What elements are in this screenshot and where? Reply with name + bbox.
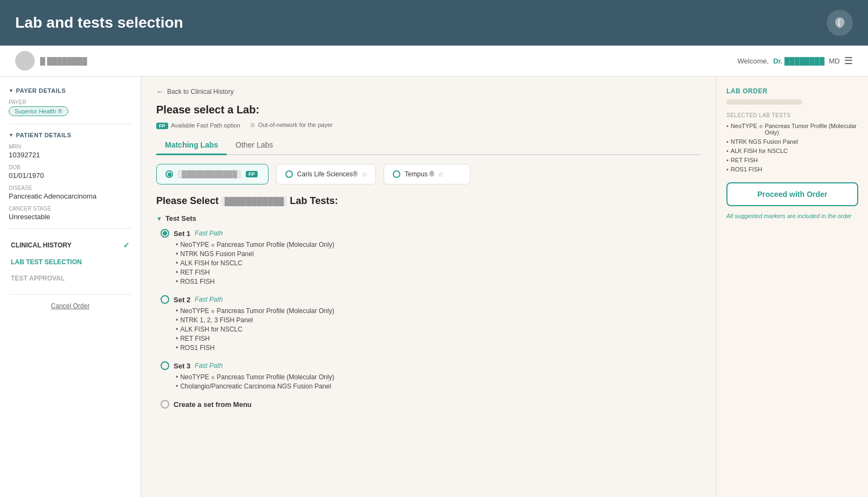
test-set-1-header: Set 1 Fast Path xyxy=(161,229,701,238)
test-set-3-items: NeoTYPE® Pancreas Tumor Profile (Molecul… xyxy=(161,373,701,390)
test-sets-arrow-icon: ▼ xyxy=(156,215,162,222)
test-set-2-item-1: NTRK 1, 2, 3 FISH Panel xyxy=(176,316,701,324)
payer-section-title: ▼ PAYER DETAILS xyxy=(9,87,132,94)
test-set-2-items: NeoTYPE® Pancreas Tumor Profile (Molecul… xyxy=(161,307,701,352)
lab-1-oon: ⊘ xyxy=(362,171,367,178)
test-set-3-header: Set 3 Fast Path xyxy=(161,361,701,370)
selected-test-item-0: NeoTYPE® Pancreas Tumor Profile (Molecul… xyxy=(726,123,858,136)
center-content: ← Back to Clinical History Please select… xyxy=(141,77,716,497)
payer-label: PAYER xyxy=(9,99,132,105)
lab-fp-badge-0: FP xyxy=(246,171,258,177)
divider-3 xyxy=(9,294,132,295)
create-set-row: Create a set from Menu xyxy=(156,400,701,409)
cancer-stage-label: CANCER STAGE xyxy=(9,206,132,212)
test-set-3-fastpath: Fast Path xyxy=(195,362,222,369)
hamburger-menu-icon[interactable]: ☰ xyxy=(844,55,853,67)
disease-label: DISEASE xyxy=(9,185,132,191)
tab-matching-labs[interactable]: Matching Labs xyxy=(156,136,227,155)
selected-test-item-3: RET FISH xyxy=(726,157,858,163)
patient-arrow-icon: ▼ xyxy=(9,132,14,138)
selected-lab-name: ███████████ xyxy=(221,196,287,206)
create-set-label[interactable]: Create a set from Menu xyxy=(174,400,252,409)
mrn-value: 10392721 xyxy=(9,151,132,159)
test-set-1-items: NeoTYPE® Pancreas Tumor Profile (Molecul… xyxy=(161,241,701,285)
oon-legend: ⊘ Out-of-network for the payer xyxy=(250,122,333,129)
test-set-3: Set 3 Fast Path NeoTYPE® Pancreas Tumor … xyxy=(156,361,701,390)
select-lab-title: Please select a Lab: xyxy=(156,104,701,116)
back-arrow-icon: ← xyxy=(156,87,164,96)
lab-order-name xyxy=(726,99,802,105)
selected-test-item-1: NTRK NGS Fusion Panel xyxy=(726,138,858,145)
selected-test-item-2: ALK FISH for NSCLC xyxy=(726,148,858,154)
test-set-1-name: Set 1 xyxy=(174,230,190,238)
test-sets-label: Test Sets xyxy=(165,214,196,222)
divider-2 xyxy=(9,228,132,229)
check-icon: ✓ xyxy=(123,241,130,250)
test-set-2-header: Set 2 Fast Path xyxy=(161,295,701,304)
test-sets-header[interactable]: ▼ Test Sets xyxy=(156,214,701,222)
test-set-2: Set 2 Fast Path NeoTYPE® Pancreas Tumor … xyxy=(156,295,701,352)
mrn-label: MRN xyxy=(9,144,132,150)
create-set-radio[interactable] xyxy=(161,400,169,409)
selected-tests-title: SELECTED LAB TESTS xyxy=(726,112,858,118)
test-set-2-name: Set 2 xyxy=(174,296,190,304)
dob-value: 01/01/1970 xyxy=(9,171,132,180)
proceed-with-order-button[interactable]: Proceed with Order xyxy=(726,182,858,206)
test-set-3-item-1: Cholangio/Pancreatic Carcinoma NGS Fusio… xyxy=(176,383,701,390)
payer-value: Superior Health ® xyxy=(9,106,68,116)
lab-card-0[interactable]: ████████████ FP xyxy=(156,164,269,184)
test-set-1-item-4: ROS1 FISH xyxy=(176,278,701,285)
test-set-3-item-0: NeoTYPE® Pancreas Tumor Profile (Molecul… xyxy=(176,373,701,381)
brand-text: █ ████████ xyxy=(40,57,87,65)
test-set-1-item-2: ALK FISH for NSCLC xyxy=(176,259,701,267)
lab-name-0: ████████████ xyxy=(177,170,241,179)
brand-area: █ ████████ xyxy=(15,51,87,71)
test-set-1-item-3: RET FISH xyxy=(176,269,701,276)
sidebar-item-lab-test-selection[interactable]: LAB TEST SELECTION xyxy=(9,254,132,270)
lab-radio-0 xyxy=(165,170,173,178)
main-layout: ▼ PAYER DETAILS PAYER Superior Health ® … xyxy=(0,77,868,497)
lab-card-2[interactable]: Tempus ® ⊘ xyxy=(384,164,470,184)
cancel-order-link[interactable]: Cancel Order xyxy=(9,302,132,310)
test-set-2-fastpath: Fast Path xyxy=(195,296,222,303)
legend-row: FP Available Fast Path option ⊘ Out-of-n… xyxy=(156,122,701,129)
lab-radio-2 xyxy=(393,170,400,178)
test-set-2-item-4: ROS1 FISH xyxy=(176,344,701,352)
selected-test-item-4: ROS1 FISH xyxy=(726,166,858,173)
lab-radio-1 xyxy=(285,170,293,178)
divider-1 xyxy=(9,124,132,124)
test-set-2-item-2: ALK FISH for NSCLC xyxy=(176,326,701,333)
test-set-1-item-0: NeoTYPE® Pancreas Tumor Profile (Molecul… xyxy=(176,241,701,248)
brand-logo xyxy=(15,51,35,71)
page-title: Lab and tests selection xyxy=(15,14,183,31)
lab-cards-row: ████████████ FP Caris Life Sciences® ⊘ T… xyxy=(156,164,701,184)
test-set-2-item-3: RET FISH xyxy=(176,335,701,342)
doctor-role: MD xyxy=(829,57,840,65)
sidebar-item-test-approval: TEST APPROVAL xyxy=(9,270,132,286)
doctor-name: Dr. ████████ xyxy=(773,57,825,65)
welcome-label: Welcome, xyxy=(738,57,769,65)
test-set-1-item-1: NTRK NGS Fusion Panel xyxy=(176,250,701,258)
test-set-2-radio[interactable] xyxy=(161,295,169,304)
lab-order-title: LAB ORDER xyxy=(726,87,858,95)
right-panel: LAB ORDER SELECTED LAB TESTS NeoTYPE® Pa… xyxy=(716,77,868,497)
top-header: Lab and tests selection xyxy=(0,0,868,46)
sidebar-item-clinical-history[interactable]: CLINICAL HISTORY ✓ xyxy=(9,237,132,254)
lab-card-1[interactable]: Caris Life Sciences® ⊘ xyxy=(276,164,376,184)
test-set-3-name: Set 3 xyxy=(174,362,190,370)
test-set-1-fastpath: Fast Path xyxy=(195,230,222,237)
test-set-3-radio[interactable] xyxy=(161,361,169,370)
lab-name-2: Tempus ® xyxy=(405,170,434,178)
tab-other-labs[interactable]: Other Labs xyxy=(227,136,282,155)
sidebar: ▼ PAYER DETAILS PAYER Superior Health ® … xyxy=(0,77,141,497)
test-set-2-item-0: NeoTYPE® Pancreas Tumor Profile (Molecul… xyxy=(176,307,701,315)
welcome-area: Welcome, Dr. ████████ MD ☰ xyxy=(738,55,853,67)
patient-section-title: ▼ PATIENT DETAILS xyxy=(9,132,132,138)
tabs-row: Matching Labs Other Labs xyxy=(156,136,701,155)
suggested-markers-msg: All suggested markers are included in th… xyxy=(726,213,858,219)
test-set-1-radio[interactable] xyxy=(161,229,169,238)
logo-icon xyxy=(827,10,853,36)
sub-header: █ ████████ Welcome, Dr. ████████ MD ☰ xyxy=(0,46,868,77)
back-to-clinical-history-link[interactable]: ← Back to Clinical History xyxy=(156,87,701,96)
test-set-1: Set 1 Fast Path NeoTYPE® Pancreas Tumor … xyxy=(156,229,701,285)
